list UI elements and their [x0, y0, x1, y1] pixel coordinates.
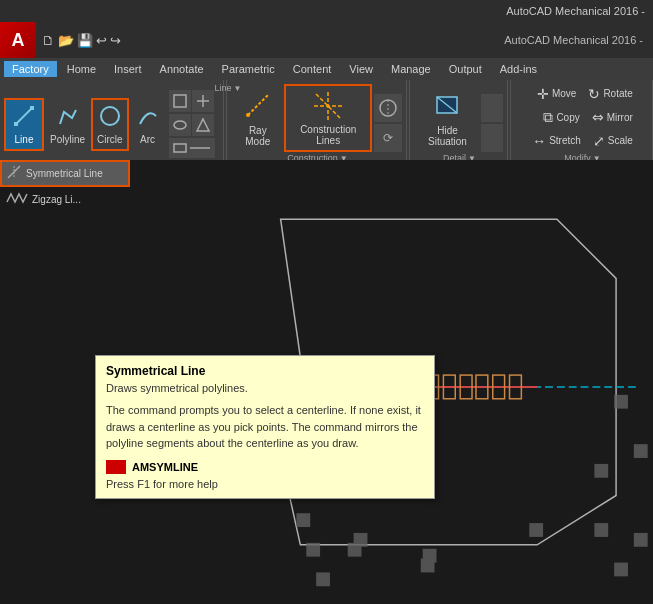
svg-rect-1 [14, 122, 18, 126]
detail-group-items: Hide Situation [416, 82, 503, 152]
left-panel: Symmetrical Line Zigzag Li... [0, 160, 130, 211]
symmetrical-line-item[interactable]: Symmetrical Line [0, 160, 130, 187]
construction-lines-button[interactable]: Construction Lines [284, 84, 372, 152]
draw-extra-col [169, 90, 215, 158]
tooltip-detail: The command prompts you to select a cent… [106, 402, 424, 452]
svg-point-12 [246, 113, 250, 117]
svg-line-11 [248, 95, 268, 115]
scale-button[interactable]: ⤢ Scale [588, 130, 638, 152]
divider-2 [409, 80, 410, 168]
extra-btn-1[interactable] [169, 90, 191, 112]
symmetrical-line-label: Symmetrical Line [26, 168, 103, 179]
title-bar: AutoCAD Mechanical 2016 - [0, 0, 653, 22]
construction-group-items: Ray Mode Construction Lines [233, 82, 402, 152]
menu-addins[interactable]: Add-ins [492, 61, 545, 77]
acad-menu-button[interactable]: A [0, 22, 36, 58]
construction-lines-icon [312, 90, 344, 124]
svg-point-7 [174, 121, 186, 129]
ribbon: Line Polyline [0, 80, 653, 169]
extra-btn-2[interactable] [192, 90, 214, 112]
title-text: AutoCAD Mechanical 2016 - [506, 5, 645, 17]
tooltip-cmd-row: AMSYMLINE [106, 460, 424, 474]
modify-group-items: ✛ Move ↻ Rotate ⧉ Copy ⇔ Mirror [527, 82, 638, 152]
open-icon[interactable]: 📂 [58, 33, 74, 48]
detail-extra-2[interactable] [481, 124, 503, 152]
svg-rect-4 [174, 95, 186, 107]
move-icon: ✛ [537, 86, 549, 102]
const-extra-1[interactable] [374, 94, 402, 122]
redo-icon[interactable]: ↪ [110, 33, 121, 48]
detail-extra-1[interactable] [481, 94, 503, 122]
ribbon-draw-group: Line Polyline [0, 80, 224, 168]
menu-manage[interactable]: Manage [383, 61, 439, 77]
detail-extra [481, 94, 503, 152]
divider-3 [510, 80, 511, 168]
mirror-button[interactable]: ⇔ Mirror [587, 106, 638, 129]
svg-rect-44 [614, 395, 628, 409]
tooltip-popup: Symmetrical Line Draws symmetrical polyl… [95, 355, 435, 499]
menu-view[interactable]: View [341, 61, 381, 77]
extra-btn-4[interactable] [192, 114, 214, 136]
menu-output[interactable]: Output [441, 61, 490, 77]
svg-rect-2 [30, 106, 34, 110]
svg-rect-50 [423, 549, 437, 563]
tooltip-help: Press F1 for more help [106, 478, 424, 490]
line-button[interactable]: Line [4, 98, 44, 151]
tooltip-cmd-text: AMSYMLINE [132, 461, 198, 473]
hide-situation-button[interactable]: Hide Situation [416, 86, 479, 152]
scale-icon: ⤢ [593, 133, 605, 149]
rotate-button[interactable]: ↻ Rotate [583, 83, 637, 105]
svg-rect-43 [634, 444, 648, 458]
ray-mode-button[interactable]: Ray Mode [233, 86, 282, 152]
menu-insert[interactable]: Insert [106, 61, 150, 77]
circle-button[interactable]: Circle [91, 98, 129, 151]
copy-icon: ⧉ [543, 109, 553, 126]
polyline-button[interactable]: Polyline [45, 99, 90, 150]
stretch-button[interactable]: ↔ Stretch [527, 130, 586, 152]
menu-content[interactable]: Content [285, 61, 340, 77]
arc-icon [136, 104, 160, 132]
zigzag-line-item[interactable]: Zigzag Li... [0, 187, 130, 211]
mirror-icon: ⇔ [592, 109, 604, 125]
title-bar-text: AutoCAD Mechanical 2016 - [127, 34, 653, 46]
save-icon[interactable]: 💾 [77, 33, 93, 48]
new-icon[interactable]: 🗋 [42, 33, 55, 48]
extra-btn-5[interactable] [169, 138, 215, 158]
zigzag-icon [6, 190, 28, 208]
svg-rect-39 [594, 523, 608, 537]
ribbon-detail-group: Hide Situation Detail ▼ [412, 80, 508, 168]
tooltip-desc: Draws symmetrical polylines. [106, 382, 424, 394]
svg-line-0 [16, 108, 32, 124]
svg-rect-47 [306, 543, 320, 557]
construction-extra: ⟳ [374, 94, 402, 152]
line-icon [12, 104, 36, 132]
menu-bar: Factory Home Insert Annotate Parametric … [0, 58, 653, 80]
hide-situation-icon [433, 91, 461, 123]
svg-point-3 [101, 107, 119, 125]
construction-lines-label: Construction Lines [292, 124, 364, 146]
circle-icon [98, 104, 122, 132]
svg-text:⟳: ⟳ [383, 131, 393, 145]
menu-annotate[interactable]: Annotate [152, 61, 212, 77]
const-extra-2[interactable]: ⟳ [374, 124, 402, 152]
hide-situation-label: Hide Situation [421, 125, 474, 147]
arc-button[interactable]: Arc [130, 99, 166, 150]
tooltip-title: Symmetrical Line [106, 364, 424, 378]
menu-parametric[interactable]: Parametric [214, 61, 283, 77]
ribbon-modify-group: ✛ Move ↻ Rotate ⧉ Copy ⇔ Mirror [513, 80, 653, 168]
divider-1 [226, 80, 227, 168]
extra-btn-3[interactable] [169, 114, 191, 136]
drawing-area[interactable]: Symmetrical Line Zigzag Li... Symmetrica… [0, 160, 653, 604]
symmetrical-line-icon [6, 164, 22, 183]
svg-marker-8 [197, 119, 209, 131]
copy-button[interactable]: ⧉ Copy [538, 106, 584, 129]
move-button[interactable]: ✛ Move [532, 83, 581, 105]
svg-rect-46 [316, 572, 330, 586]
svg-rect-48 [296, 513, 310, 527]
stretch-icon: ↔ [532, 133, 546, 149]
svg-rect-42 [594, 464, 608, 478]
menu-home[interactable]: Home [59, 61, 104, 77]
undo-icon[interactable]: ↩ [96, 33, 107, 48]
menu-factory[interactable]: Factory [4, 61, 57, 77]
ribbon-construction-group: Ray Mode Construction Lines [229, 80, 407, 168]
